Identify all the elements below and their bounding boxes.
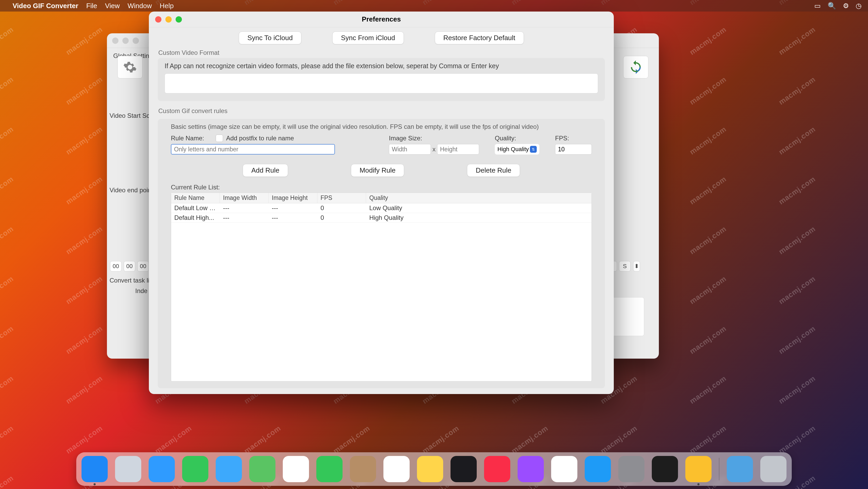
control-center-icon[interactable]: ⚙ <box>843 2 849 10</box>
hms-s: S <box>619 261 630 271</box>
fps-input[interactable] <box>555 144 592 154</box>
width-input[interactable] <box>389 144 431 154</box>
dock-app-launchpad[interactable] <box>115 456 141 482</box>
dock-app-mail[interactable] <box>216 456 242 482</box>
custom-video-format-title: Custom Video Format <box>158 49 605 56</box>
dock-app-photos[interactable] <box>283 456 309 482</box>
formats-input[interactable] <box>164 74 598 93</box>
restore-factory-button[interactable]: Restore Factory Default <box>435 31 524 44</box>
table-row[interactable]: Default Low Q... --- --- 0 Low Quality <box>171 203 591 213</box>
rule-name-input[interactable] <box>171 144 335 154</box>
dock-tray-downloads[interactable] <box>727 456 753 482</box>
time-h-input[interactable]: 00 <box>110 261 122 271</box>
dock-app-reminders[interactable] <box>383 456 410 482</box>
sync-from-icloud-button[interactable]: Sync From iCloud <box>332 31 404 44</box>
dock-app-system-settings[interactable] <box>618 456 645 482</box>
fps-label: FPS: <box>555 135 592 142</box>
modify-rule-button[interactable]: Modify Rule <box>351 164 404 177</box>
rule-form: Rule Name: Add postfix to rule name Imag… <box>171 135 592 154</box>
pref-traffic-lights[interactable] <box>155 16 182 23</box>
quality-select[interactable]: High Quality ⇅ <box>495 144 539 154</box>
dock-app-finder[interactable] <box>82 456 108 482</box>
menu-window[interactable]: Window <box>128 2 152 10</box>
sync-to-icloud-button[interactable]: Sync To iCloud <box>239 31 301 44</box>
delete-rule-button[interactable]: Delete Rule <box>467 164 520 177</box>
rules-panel: Basic settins (image size can be empty, … <box>158 119 605 388</box>
preferences-titlebar: Preferences <box>149 11 614 27</box>
dock-app-contacts[interactable] <box>350 456 376 482</box>
hms-stepper[interactable]: ⬍ <box>633 261 640 271</box>
settings-gear-button[interactable] <box>117 56 143 79</box>
rules-desc: Basic settins (image size can be empty, … <box>171 123 592 131</box>
dock-app-facetime[interactable] <box>316 456 343 482</box>
menubar: Video GIF Converter File View Window Hel… <box>0 0 868 11</box>
dock-app-terminal[interactable] <box>652 456 678 482</box>
screen-mirroring-icon[interactable]: ▭ <box>814 2 821 10</box>
dock-tray-trash[interactable] <box>760 456 786 482</box>
rule-buttons: Add Rule Modify Rule Delete Rule <box>171 164 592 177</box>
rule-table: Rule Name Image Width Image Height FPS Q… <box>171 193 592 381</box>
close-icon[interactable] <box>155 16 161 23</box>
dock-separator <box>719 458 719 480</box>
dock-app-music[interactable] <box>484 456 510 482</box>
col-image-width[interactable]: Image Width <box>220 193 269 203</box>
time-s-input[interactable]: 00 <box>137 261 149 271</box>
add-rule-button[interactable]: Add Rule <box>243 164 288 177</box>
clock-icon[interactable]: ◷ <box>856 2 862 10</box>
custom-gif-rules-title: Custom Gif convert rules <box>158 107 605 115</box>
rule-name-label: Rule Name: <box>171 135 204 142</box>
preferences-window: Preferences Sync To iCloud Sync From iCl… <box>149 11 614 394</box>
index-label: Inde <box>135 287 148 295</box>
time-m-input[interactable]: 00 <box>124 261 135 271</box>
dock-app-news[interactable] <box>551 456 577 482</box>
main-traffic-lights[interactable] <box>112 37 139 44</box>
preferences-title: Preferences <box>362 15 401 23</box>
formats-desc: If App can not recognize certain video f… <box>164 62 598 70</box>
convert-list-label: Convert task li <box>110 277 149 284</box>
height-input[interactable] <box>437 144 479 154</box>
video-end-label: Video end poin <box>110 186 152 194</box>
pref-toolbar: Sync To iCloud Sync From iCloud Restore … <box>149 27 614 47</box>
dock-app-appletv[interactable] <box>451 456 477 482</box>
add-postfix-checkbox[interactable] <box>216 135 223 142</box>
col-image-height[interactable]: Image Height <box>269 193 317 203</box>
dock-app-notes[interactable] <box>417 456 443 482</box>
zoom-icon[interactable] <box>176 16 182 23</box>
dock-app-messages[interactable] <box>182 456 208 482</box>
menu-file[interactable]: File <box>86 2 97 10</box>
dock-app-podcasts[interactable] <box>518 456 544 482</box>
dock-app-safari[interactable] <box>149 456 175 482</box>
refresh-button[interactable] <box>623 56 648 79</box>
minimize-icon[interactable] <box>165 16 172 23</box>
dock-app-maps[interactable] <box>249 456 275 482</box>
quality-label: Quality: <box>495 135 539 142</box>
col-rule-name[interactable]: Rule Name <box>171 193 220 203</box>
table-row[interactable]: Default High... --- --- 0 High Quality <box>171 213 591 223</box>
col-fps[interactable]: FPS <box>317 193 366 203</box>
dock <box>76 452 792 486</box>
dock-app-appstore[interactable] <box>585 456 611 482</box>
spotlight-icon[interactable]: 🔍 <box>828 2 836 10</box>
dock-app-video-gif-converter[interactable] <box>685 456 712 482</box>
formats-panel: If App can not recognize certain video f… <box>158 58 605 101</box>
add-postfix-label: Add postfix to rule name <box>226 135 294 142</box>
quality-value: High Quality <box>497 146 529 153</box>
menubar-app-name[interactable]: Video GIF Converter <box>12 2 79 10</box>
image-size-label: Image Size: <box>389 135 479 142</box>
menu-help[interactable]: Help <box>160 2 174 10</box>
x-separator: x <box>432 146 436 153</box>
select-chevrons-icon: ⇅ <box>530 146 537 153</box>
menu-view[interactable]: View <box>105 2 120 10</box>
rule-list-title: Current Rule List: <box>171 184 592 191</box>
col-quality[interactable]: Quality <box>366 193 591 203</box>
video-start-label: Video Start Sc <box>110 112 150 119</box>
